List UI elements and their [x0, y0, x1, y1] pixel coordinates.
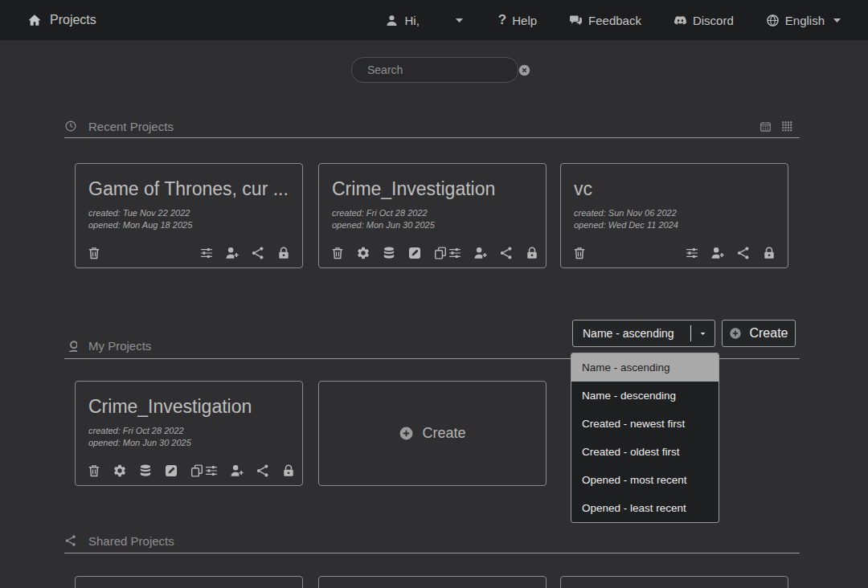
home-icon: [27, 13, 42, 27]
recent-projects-title: Recent Projects: [88, 120, 174, 133]
project-card[interactable]: [318, 576, 547, 588]
edit-project-button[interactable]: [164, 463, 178, 478]
lock-project-button[interactable]: [276, 246, 291, 260]
project-settings-button[interactable]: [113, 463, 127, 478]
lock-project-button[interactable]: [525, 246, 539, 260]
share-project-button[interactable]: [256, 463, 270, 478]
discord-icon: [674, 14, 687, 27]
user-icon: [385, 14, 399, 27]
grid-view-button[interactable]: [781, 120, 793, 133]
globe-icon: [766, 14, 780, 27]
add-collaborator-button[interactable]: [225, 246, 240, 260]
add-collaborator-button[interactable]: [710, 246, 725, 260]
sort-option-name-descending[interactable]: Name - descending: [571, 382, 719, 410]
project-card[interactable]: Game of Thrones, cur ... created: Tue No…: [75, 163, 303, 268]
sort-select[interactable]: Name - ascending: [572, 320, 715, 347]
plus-circle-icon: [729, 327, 742, 340]
search-clear-button[interactable]: [518, 63, 531, 77]
add-collaborator-button[interactable]: [230, 463, 244, 478]
add-collaborator-button[interactable]: [473, 246, 488, 260]
project-card[interactable]: vc created: Sun Nov 06 2022 opened: Wed …: [560, 163, 788, 268]
chat-bubbles-icon: [569, 14, 583, 27]
created-date: Sun Nov 06 2022: [608, 208, 677, 218]
project-database-button[interactable]: [138, 463, 153, 478]
share-project-button[interactable]: [251, 246, 265, 260]
nav-feedback[interactable]: Feedback: [569, 14, 641, 27]
project-title: Crime_Investigation: [88, 396, 289, 418]
created-label: created:: [332, 208, 364, 218]
projects-page: Projects Hi, ? Help Feedback Discord: [0, 0, 868, 588]
project-title: Crime_Investigation: [332, 178, 533, 200]
shared-projects-title: Shared Projects: [88, 534, 174, 548]
share-project-button[interactable]: [499, 246, 514, 260]
nav-user-menu[interactable]: Hi,: [385, 14, 465, 27]
view-toggles: [760, 120, 793, 133]
search-input[interactable]: [352, 63, 518, 76]
project-options-button[interactable]: [685, 246, 699, 260]
nav-discord[interactable]: Discord: [674, 14, 734, 27]
chevron-down-icon: [830, 14, 844, 27]
duplicate-project-button[interactable]: [433, 246, 448, 260]
delete-project-button[interactable]: [87, 463, 101, 478]
project-card[interactable]: [560, 576, 788, 588]
card-actions: [330, 246, 534, 260]
chevron-down-icon: [698, 329, 707, 338]
calendar-view-button[interactable]: [760, 120, 772, 133]
create-button-label: Create: [749, 326, 788, 341]
create-card-label: Create: [422, 425, 465, 442]
project-options-button[interactable]: [204, 463, 219, 478]
nav-projects[interactable]: Projects: [27, 13, 96, 27]
delete-project-button[interactable]: [87, 246, 101, 260]
delete-project-button[interactable]: [330, 246, 345, 260]
created-date: Tue Nov 22 2022: [123, 208, 190, 218]
user-greeting: Hi,: [404, 14, 419, 27]
lock-project-button[interactable]: [762, 246, 776, 260]
project-options-button[interactable]: [199, 246, 214, 260]
nav-help[interactable]: ? Help: [498, 12, 537, 28]
opened-label: opened:: [88, 220, 121, 230]
project-title: vc: [574, 178, 775, 200]
sort-option-created-oldest[interactable]: Created - oldest first: [571, 438, 719, 466]
clock-icon: [64, 120, 77, 133]
opened-date: Mon Jun 30 2025: [123, 438, 191, 447]
delete-project-button[interactable]: [572, 246, 587, 260]
create-project-button[interactable]: Create: [722, 320, 796, 347]
edit-project-button[interactable]: [407, 246, 422, 260]
opened-date: Mon Jun 30 2025: [366, 220, 435, 230]
user-icon: [64, 339, 77, 352]
opened-label: opened:: [88, 438, 121, 447]
nav-projects-label: Projects: [50, 13, 96, 27]
project-settings-button[interactable]: [356, 246, 371, 260]
sort-option-name-ascending[interactable]: Name - ascending: [571, 353, 719, 382]
project-card[interactable]: Crime_Investigation created: Fri Oct 28 …: [75, 381, 303, 486]
duplicate-project-button[interactable]: [190, 463, 204, 478]
share-project-button[interactable]: [736, 246, 751, 260]
nav-right: Hi, ? Help Feedback Discord English: [385, 12, 844, 28]
opened-label: opened:: [574, 220, 606, 230]
sort-option-opened-least-recent[interactable]: Opened - least recent: [571, 494, 719, 522]
opened-date: Wed Dec 11 2024: [608, 220, 678, 230]
card-actions: [572, 246, 776, 260]
top-navbar: Projects Hi, ? Help Feedback Discord: [0, 0, 868, 40]
project-title: Game of Thrones, cur ...: [88, 178, 289, 200]
share-icon: [64, 534, 77, 547]
project-card[interactable]: [75, 576, 303, 588]
lock-project-button[interactable]: [281, 463, 296, 478]
project-options-button[interactable]: [448, 246, 462, 260]
nav-language-menu[interactable]: English: [766, 14, 844, 27]
opened-date: Mon Aug 18 2025: [123, 220, 192, 230]
section-divider: [64, 137, 800, 138]
created-label: created:: [88, 208, 121, 218]
project-meta: created: Fri Oct 28 2022 opened: Mon Jun…: [332, 207, 533, 231]
project-database-button[interactable]: [382, 246, 396, 260]
sort-dropdown-menu: Name - ascending Name - descending Creat…: [571, 353, 719, 523]
nav-language-label: English: [785, 14, 825, 27]
create-project-card[interactable]: Create: [318, 381, 547, 486]
nav-feedback-label: Feedback: [588, 14, 641, 27]
sort-option-created-newest[interactable]: Created - newest first: [571, 410, 719, 438]
search-bar: [351, 57, 518, 83]
sort-option-opened-most-recent[interactable]: Opened - most recent: [571, 466, 719, 494]
project-card[interactable]: Crime_Investigation created: Fri Oct 28 …: [318, 163, 547, 268]
created-date: Fri Oct 28 2022: [123, 426, 184, 435]
project-meta: created: Sun Nov 06 2022 opened: Wed Dec…: [574, 207, 775, 231]
